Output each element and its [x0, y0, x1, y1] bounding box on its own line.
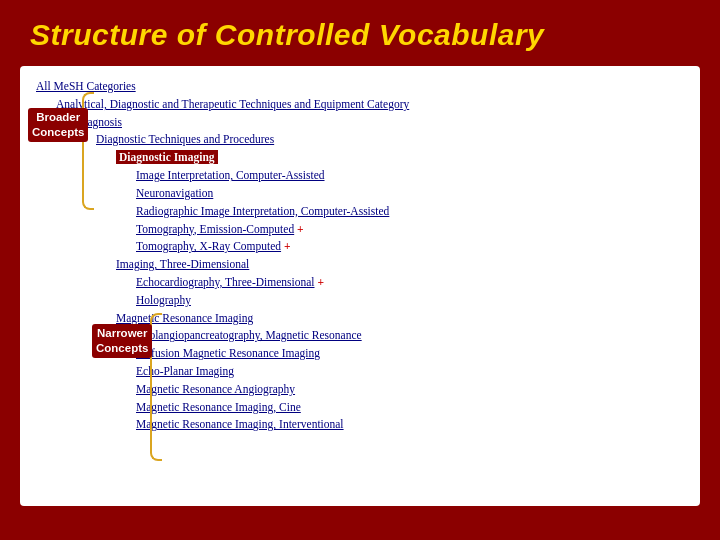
radiographic-link[interactable]: Radiographic Image Interpretation, Compu…	[136, 205, 389, 217]
level-neuronavigation: Neuronavigation	[36, 185, 684, 203]
hierarchy-tree: All MeSH Categories Analytical, Diagnost…	[36, 78, 684, 434]
level-all-mesh: All MeSH Categories	[36, 78, 684, 96]
level-diagnostic-imaging: Diagnostic Imaging	[36, 149, 684, 167]
diagnostic-imaging-highlight: Diagnostic Imaging	[116, 150, 218, 164]
level-analytical: Analytical, Diagnostic and Therapeutic T…	[36, 96, 684, 114]
plus-xray: +	[284, 240, 291, 252]
diagnostic-techniques-link[interactable]: Diagnostic Techniques and Procedures	[96, 133, 274, 145]
all-mesh-link[interactable]: All MeSH Categories	[36, 80, 136, 92]
level-echocardiography: Echocardiography, Three-Dimensional +	[36, 274, 684, 292]
level-image-interpretation: Image Interpretation, Computer-Assisted	[36, 167, 684, 185]
tomography-xray-link[interactable]: Tomography, X-Ray Computed	[136, 240, 281, 252]
cholangiopancreatography-link[interactable]: Cholangiopancreatography, Magnetic Reson…	[136, 329, 362, 341]
content-area: BroaderConcepts NarrowerConcepts All MeS…	[20, 66, 700, 506]
plus-emission: +	[297, 223, 304, 235]
level-tomography-emission: Tomography, Emission-Computed +	[36, 221, 684, 239]
diffusion-mri-link[interactable]: Diffusion Magnetic Resonance Imaging	[136, 347, 320, 359]
broader-concepts-label: BroaderConcepts	[28, 108, 88, 142]
level-echo-planar: Echo-Planar Imaging	[36, 363, 684, 381]
echocardiography-link[interactable]: Echocardiography, Three-Dimensional	[136, 276, 315, 288]
imaging-3d-link[interactable]: Imaging, Three-Dimensional	[116, 258, 249, 270]
mri-interventional-link[interactable]: Magnetic Resonance Imaging, Intervention…	[136, 418, 344, 430]
slide: Structure of Controlled Vocabulary Broad…	[0, 0, 720, 540]
level-mri-cine: Magnetic Resonance Imaging, Cine	[36, 399, 684, 417]
level-mri-interventional: Magnetic Resonance Imaging, Intervention…	[36, 416, 684, 434]
level-diagnosis: Diagnosis	[36, 114, 684, 132]
analytical-link[interactable]: Analytical, Diagnostic and Therapeutic T…	[56, 98, 409, 110]
level-radiographic: Radiographic Image Interpretation, Compu…	[36, 203, 684, 221]
level-holography: Holography	[36, 292, 684, 310]
image-interpretation-link[interactable]: Image Interpretation, Computer-Assisted	[136, 169, 325, 181]
narrower-concepts-label: NarrowerConcepts	[92, 324, 152, 358]
level-diagnostic-techniques: Diagnostic Techniques and Procedures	[36, 131, 684, 149]
tomography-emission-link[interactable]: Tomography, Emission-Computed	[136, 223, 294, 235]
holography-link[interactable]: Holography	[136, 294, 191, 306]
neuronavigation-link[interactable]: Neuronavigation	[136, 187, 213, 199]
plus-echo: +	[317, 276, 324, 288]
level-imaging-3d: Imaging, Three-Dimensional	[36, 256, 684, 274]
mri-link[interactable]: Magnetic Resonance Imaging	[116, 312, 253, 324]
title-bar: Structure of Controlled Vocabulary	[0, 0, 720, 66]
level-tomography-xray: Tomography, X-Ray Computed +	[36, 238, 684, 256]
slide-title: Structure of Controlled Vocabulary	[30, 18, 544, 51]
level-mra: Magnetic Resonance Angiography	[36, 381, 684, 399]
